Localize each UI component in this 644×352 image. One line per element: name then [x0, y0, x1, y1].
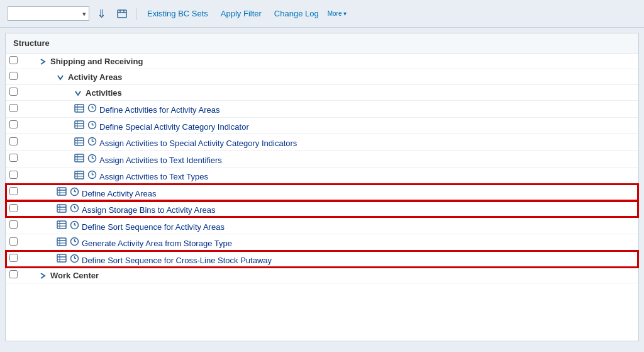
toolbar: ⇓ Existing BC Sets Apply Filter Change L…	[0, 0, 644, 28]
checkbox-cell	[6, 268, 21, 283]
table-row: Assign Storage Bins to Activity Areas	[6, 201, 638, 218]
clock-icon	[87, 120, 97, 130]
row-label[interactable]: Assign Activities to Special Activity Ca…	[99, 139, 297, 148]
content-cell: Define Sort Sequence for Cross-Line Stoc…	[21, 251, 638, 268]
svg-rect-25	[75, 154, 84, 162]
clock-icon	[70, 187, 79, 196]
row-checkbox[interactable]	[9, 237, 18, 246]
content-cell: Assign Activities to Text Identifiers	[21, 150, 638, 167]
svg-rect-11	[75, 121, 84, 128]
checkbox-cell	[6, 85, 21, 101]
structure-title: Structure	[13, 38, 50, 48]
content-cell: Work Center	[21, 268, 638, 283]
svg-rect-67	[57, 254, 66, 262]
row-label: Work Center	[50, 271, 99, 280]
existing-bc-sets-button[interactable]: Existing BC Sets	[143, 8, 212, 20]
row-icons	[57, 254, 79, 263]
row-checkbox[interactable]	[9, 220, 18, 229]
apply-filter-button[interactable]: Apply Filter	[217, 8, 265, 20]
double-down-icon: ⇓	[97, 7, 106, 21]
expand-right-icon[interactable]	[39, 57, 50, 66]
table-icon	[74, 137, 84, 146]
row-label[interactable]: Assign Storage Bins to Activity Areas	[82, 205, 215, 215]
row-icons	[57, 203, 79, 213]
clock-icon	[87, 137, 97, 146]
expand-down-icon[interactable]	[57, 72, 68, 82]
double-down-button[interactable]: ⇓	[94, 6, 109, 22]
sync-button[interactable]	[114, 7, 130, 21]
checkbox-cell	[6, 234, 21, 251]
checkbox-cell	[6, 150, 21, 167]
row-label[interactable]: Define Activities for Activity Areas	[99, 105, 219, 115]
row-label: Activities	[86, 88, 122, 98]
table-row: Assign Activities to Special Activity Ca…	[6, 134, 638, 151]
expand-right-icon[interactable]	[39, 271, 50, 280]
change-log-button[interactable]: Change Log	[270, 8, 323, 20]
row-label[interactable]: Define Activity Areas	[82, 188, 157, 198]
row-label[interactable]: Assign Activities to Text Identifiers	[99, 155, 222, 164]
content-cell: Define Sort Sequence for Activity Areas	[21, 217, 638, 234]
more-chevron-icon: ▾	[343, 10, 347, 17]
checkbox-cell	[6, 101, 21, 118]
row-checkbox[interactable]	[9, 104, 18, 112]
table-row: Define Special Activity Category Indicat…	[6, 117, 638, 134]
content-cell: Assign Storage Bins to Activity Areas	[21, 201, 638, 218]
clock-icon	[70, 254, 79, 263]
row-checkbox[interactable]	[9, 137, 18, 145]
row-label[interactable]: Assign Activities to Text Types	[99, 172, 208, 181]
row-label[interactable]: Define Sort Sequence for Cross-Line Stoc…	[82, 255, 272, 264]
row-label[interactable]: Define Sort Sequence for Activity Areas	[82, 222, 225, 231]
expand-down-icon[interactable]	[74, 88, 86, 98]
content-cell: Activity Areas	[21, 69, 638, 85]
row-checkbox[interactable]	[9, 171, 18, 179]
row-icons	[57, 237, 79, 246]
row-checkbox[interactable]	[9, 154, 18, 162]
table-icon	[57, 220, 67, 229]
row-checkbox[interactable]	[9, 72, 18, 80]
row-checkbox[interactable]	[9, 187, 18, 195]
table-icon	[57, 237, 67, 246]
content-cell: Assign Activities to Special Activity Ca…	[21, 134, 638, 151]
table-row: Define Sort Sequence for Cross-Line Stoc…	[6, 251, 638, 268]
checkbox-cell	[6, 251, 21, 268]
row-icons	[74, 170, 97, 179]
table-row: Work Center	[6, 268, 638, 283]
table-row: Define Sort Sequence for Activity Areas	[6, 217, 638, 234]
row-label: Activity Areas	[68, 72, 122, 82]
table-row: Activities	[6, 85, 638, 101]
checkbox-cell	[6, 167, 21, 185]
row-checkbox[interactable]	[9, 254, 18, 262]
table-row: Define Activities for Activity Areas	[6, 101, 638, 118]
table-row: Assign Activities to Text Types	[6, 167, 638, 185]
row-label[interactable]: Define Special Activity Category Indicat…	[99, 122, 249, 131]
table-icon	[74, 120, 84, 129]
row-icons	[57, 220, 79, 230]
tree-table: Shipping and ReceivingActivity AreasActi…	[6, 54, 638, 283]
table-icon	[74, 171, 84, 179]
table-row: Activity Areas	[6, 69, 638, 85]
row-checkbox[interactable]	[9, 270, 18, 278]
table-icon	[57, 187, 67, 196]
row-checkbox[interactable]	[9, 120, 18, 128]
content-cell: Define Special Activity Category Indicat…	[21, 117, 638, 134]
row-checkbox[interactable]	[9, 88, 18, 96]
table-icon	[57, 204, 67, 213]
table-icon	[57, 254, 67, 263]
checkbox-cell	[6, 69, 21, 85]
svg-rect-60	[57, 238, 66, 246]
table-row: Define Activity Areas	[6, 184, 638, 201]
clock-icon	[87, 170, 97, 179]
clock-icon	[70, 220, 79, 230]
more-label: More	[328, 10, 342, 17]
checkbox-cell	[6, 134, 21, 151]
clock-icon	[87, 154, 97, 163]
row-checkbox[interactable]	[9, 204, 18, 212]
checkbox-cell	[6, 201, 21, 218]
toolbar-select[interactable]	[8, 6, 89, 21]
row-checkbox[interactable]	[9, 56, 18, 64]
more-button[interactable]: More ▾	[328, 10, 347, 17]
table-icon	[74, 154, 84, 162]
content-cell: Assign Activities to Text Types	[21, 167, 638, 185]
row-label[interactable]: Generate Activity Area from Storage Type	[82, 239, 232, 248]
clock-icon	[70, 203, 79, 213]
